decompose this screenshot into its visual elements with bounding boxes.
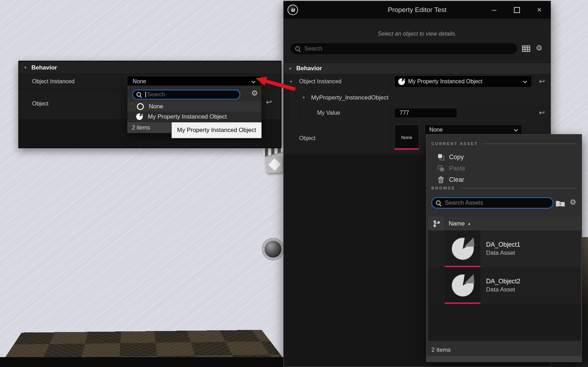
chevron-down-icon (514, 127, 518, 133)
clapperboard-body (265, 156, 283, 173)
search-icon (137, 92, 142, 97)
menu-item-label: Paste (449, 165, 465, 172)
my-value-text: 777 (400, 110, 409, 116)
dropdown-item-label: My Property Instanced Object (148, 113, 227, 120)
settings-gear-icon[interactable]: ⚙ (536, 44, 542, 52)
dropdown-item-none[interactable]: None (127, 101, 261, 112)
reset-column-divider (533, 106, 533, 120)
section-divider (460, 188, 577, 188)
combobox-value: None (133, 78, 146, 85)
current-asset-section-header: CURRENT ASSET (431, 142, 577, 146)
cine-camera-actor-icon[interactable] (263, 146, 285, 176)
asset-row-da-object2[interactable]: DA_Object2 Data Asset (428, 267, 581, 304)
property-label: My Value (317, 110, 340, 116)
paste-icon (437, 165, 445, 172)
browse-to-asset-folder-icon[interactable] (556, 200, 565, 208)
expander-icon: ▼ (289, 67, 292, 71)
search-assets-input[interactable]: Search Assets (431, 197, 553, 209)
data-asset-pie-icon (451, 274, 474, 297)
empty-selection-hint: Select an object to view details. (284, 31, 551, 37)
dropdown-item-label: None (149, 103, 163, 110)
annotation-arrow-icon (246, 73, 299, 95)
asset-name: DA_Object2 (486, 278, 581, 285)
section-title: Behavior (296, 65, 322, 72)
object-asset-combobox[interactable]: None (425, 125, 522, 135)
asset-type-color-bar (445, 302, 480, 304)
asset-picker-menu: CURRENT ASSET Copy Paste Clear BROWSE Se… (426, 134, 582, 362)
reset-to-default-button[interactable]: ↩ (539, 78, 545, 85)
property-label: Object Instanced (299, 78, 341, 85)
reset-to-default-button[interactable]: ↩ (539, 109, 545, 116)
property-label: Object Instanced (32, 78, 74, 85)
asset-type: Data Asset (486, 249, 581, 257)
reset-to-default-button[interactable]: ↩ (266, 98, 272, 106)
clear-menu-item[interactable]: Clear (426, 174, 582, 185)
object-instanced-row: ▼ Object Instanced My Property Instanced… (284, 74, 551, 90)
dropdown-item-instanced-object[interactable]: My Property Instanced Object (127, 112, 261, 122)
sphere-actor-icon[interactable] (262, 238, 284, 260)
viewport-bottom-bar (0, 357, 284, 367)
background-dark-corner (551, 362, 588, 367)
name-column-header[interactable]: Name ▲ (445, 217, 581, 230)
section-label: BROWSE (431, 186, 455, 190)
sphere-ball (265, 241, 281, 258)
trash-icon (437, 176, 445, 183)
item-count: 2 items (431, 347, 451, 354)
background-window-sliver (582, 237, 588, 362)
property-label: Object (299, 135, 315, 142)
property-label: MyProperty_InstancedObject (311, 94, 388, 101)
combobox-value: My Property Instanced Object (408, 78, 483, 85)
expander-icon: ▼ (24, 66, 27, 70)
minimize-button[interactable]: – (483, 1, 505, 19)
object-instanced-combobox[interactable]: My Property Instanced Object (394, 76, 532, 88)
window-titlebar[interactable]: u Property Editor Test – × (284, 1, 551, 19)
reset-column-divider (533, 74, 533, 89)
copy-icon (437, 154, 445, 161)
revision-cell (428, 230, 445, 267)
asset-type: Data Asset (486, 286, 581, 293)
expander-icon[interactable]: ▼ (302, 96, 305, 100)
maximize-icon (514, 7, 520, 13)
column-splitter[interactable] (390, 106, 390, 120)
asset-list: Name ▲ DA_Object1 Data Asset DA_Object2 (428, 217, 581, 341)
paste-menu-item[interactable]: Paste (426, 163, 582, 174)
asset-thumbnail-button[interactable]: None (394, 125, 419, 150)
property-label: Object (32, 101, 48, 107)
behavior-section-header[interactable]: ▼ Behavior (284, 62, 551, 74)
maximize-button[interactable] (505, 1, 528, 19)
checkerboard-floor (0, 330, 284, 357)
close-button[interactable]: × (528, 1, 551, 19)
column-splitter[interactable] (121, 74, 122, 119)
indent-guide (299, 106, 299, 120)
column-splitter[interactable] (390, 74, 390, 89)
behavior-section-header[interactable]: ▼ Behavior (19, 61, 281, 74)
column-splitter[interactable] (390, 120, 390, 154)
details-search-input[interactable]: Search (291, 43, 517, 54)
section-title: Behavior (31, 64, 57, 71)
search-placeholder: Search (304, 46, 322, 52)
dropdown-search-input[interactable]: Search (132, 90, 240, 100)
tooltip: My Property Instanced Object (171, 122, 262, 138)
revision-control-column-icon[interactable] (428, 217, 445, 230)
viewport-floor (0, 140, 284, 357)
asset-list-header[interactable]: Name ▲ (428, 217, 581, 230)
text-cursor (145, 92, 146, 97)
asset-row-da-object1[interactable]: DA_Object1 Data Asset (428, 230, 581, 267)
search-assets-placeholder: Search Assets (445, 199, 483, 206)
view-options-gear-icon[interactable]: ⚙ (570, 198, 576, 206)
asset-thumbnail (445, 230, 480, 267)
instanced-object-child-row[interactable]: ▼ MyProperty_InstancedObject (284, 89, 551, 106)
display-filter-table-icon[interactable] (522, 46, 530, 53)
section-divider (482, 144, 577, 144)
copy-menu-item[interactable]: Copy (426, 151, 582, 163)
column-label: Name (449, 220, 465, 227)
none-ring-icon (137, 103, 144, 110)
thumbnail-label: None (401, 135, 412, 140)
asset-name: DA_Object1 (486, 241, 581, 248)
clapperboard-diamond (268, 158, 281, 171)
browse-section-header: BROWSE (431, 186, 577, 190)
asset-type-color-bar (395, 148, 419, 150)
instanced-object-pie-icon (398, 78, 405, 85)
my-value-input[interactable]: 777 (394, 108, 457, 118)
data-asset-pie-icon (451, 237, 474, 260)
